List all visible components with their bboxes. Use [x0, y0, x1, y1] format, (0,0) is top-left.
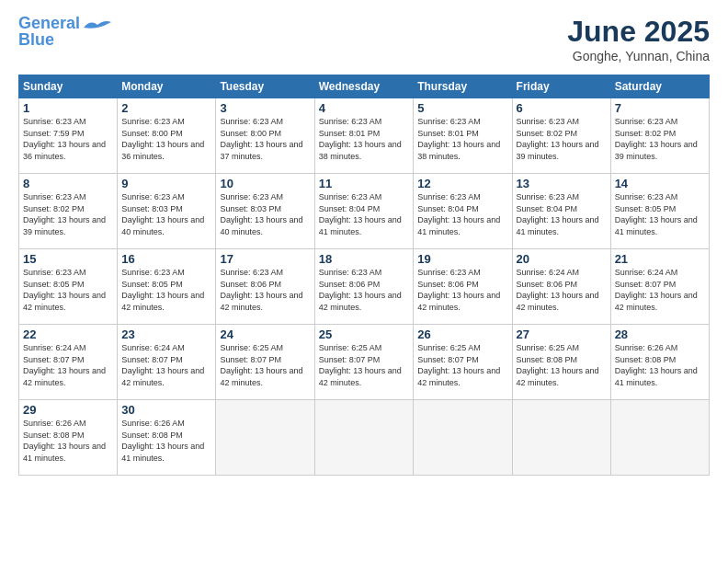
table-row: 28 Sunrise: 6:26 AM Sunset: 8:08 PM Dayl…	[610, 325, 709, 400]
day-info: Sunrise: 6:24 AM Sunset: 8:07 PM Dayligh…	[23, 343, 106, 387]
day-number: 19	[417, 252, 507, 266]
title-block: June 2025 Gonghe, Yunnan, China	[567, 15, 710, 63]
table-row: 30 Sunrise: 6:26 AM Sunset: 8:08 PM Dayl…	[118, 400, 216, 476]
table-row: 11 Sunrise: 6:23 AM Sunset: 8:04 PM Dayl…	[314, 174, 414, 249]
table-row: 17 Sunrise: 6:23 AM Sunset: 8:06 PM Dayl…	[216, 249, 314, 325]
day-info: Sunrise: 6:23 AM Sunset: 8:02 PM Dayligh…	[517, 117, 599, 161]
table-row	[512, 400, 610, 476]
day-number: 22	[23, 327, 113, 341]
day-info: Sunrise: 6:23 AM Sunset: 8:01 PM Dayligh…	[319, 117, 402, 161]
day-number: 15	[23, 252, 113, 266]
logo-text: General Blue	[18, 15, 80, 48]
col-monday: Monday	[118, 75, 216, 98]
day-number: 25	[319, 327, 410, 341]
col-friday: Friday	[512, 75, 610, 98]
day-info: Sunrise: 6:26 AM Sunset: 8:08 PM Dayligh…	[121, 419, 204, 463]
calendar-week-row: 29 Sunrise: 6:26 AM Sunset: 8:08 PM Dayl…	[19, 400, 710, 476]
day-info: Sunrise: 6:25 AM Sunset: 8:08 PM Dayligh…	[517, 343, 599, 387]
day-info: Sunrise: 6:23 AM Sunset: 8:01 PM Dayligh…	[417, 117, 500, 161]
table-row: 23 Sunrise: 6:24 AM Sunset: 8:07 PM Dayl…	[118, 325, 216, 400]
table-row: 16 Sunrise: 6:23 AM Sunset: 8:05 PM Dayl…	[118, 249, 216, 325]
day-info: Sunrise: 6:23 AM Sunset: 8:00 PM Dayligh…	[220, 117, 302, 161]
table-row: 10 Sunrise: 6:23 AM Sunset: 8:03 PM Dayl…	[216, 174, 314, 249]
day-number: 4	[319, 101, 410, 115]
day-number: 23	[121, 327, 211, 341]
day-info: Sunrise: 6:23 AM Sunset: 7:59 PM Dayligh…	[23, 117, 106, 161]
day-number: 26	[417, 327, 507, 341]
day-info: Sunrise: 6:23 AM Sunset: 8:06 PM Dayligh…	[417, 268, 500, 312]
table-row: 3 Sunrise: 6:23 AM Sunset: 8:00 PM Dayli…	[216, 98, 314, 174]
day-info: Sunrise: 6:23 AM Sunset: 8:03 PM Dayligh…	[121, 192, 204, 236]
table-row: 6 Sunrise: 6:23 AM Sunset: 8:02 PM Dayli…	[512, 98, 610, 174]
table-row	[314, 400, 414, 476]
table-row: 2 Sunrise: 6:23 AM Sunset: 8:00 PM Dayli…	[118, 98, 216, 174]
col-tuesday: Tuesday	[216, 75, 314, 98]
day-info: Sunrise: 6:23 AM Sunset: 8:04 PM Dayligh…	[517, 192, 599, 236]
day-number: 3	[220, 101, 310, 115]
day-number: 12	[417, 177, 507, 190]
day-number: 24	[220, 327, 310, 341]
day-info: Sunrise: 6:23 AM Sunset: 8:05 PM Dayligh…	[615, 192, 698, 236]
day-number: 18	[319, 252, 410, 266]
day-number: 17	[220, 252, 310, 266]
calendar-week-row: 8 Sunrise: 6:23 AM Sunset: 8:02 PM Dayli…	[19, 174, 710, 249]
logo-bird-icon	[84, 19, 111, 36]
calendar-header-row: Sunday Monday Tuesday Wednesday Thursday…	[19, 75, 710, 98]
day-info: Sunrise: 6:26 AM Sunset: 8:08 PM Dayligh…	[615, 343, 698, 387]
calendar-table: Sunday Monday Tuesday Wednesday Thursday…	[18, 75, 710, 476]
table-row: 7 Sunrise: 6:23 AM Sunset: 8:02 PM Dayli…	[610, 98, 709, 174]
day-info: Sunrise: 6:23 AM Sunset: 8:02 PM Dayligh…	[23, 192, 106, 236]
header: General Blue June 2025 Gonghe, Yunnan, C…	[18, 15, 710, 63]
table-row: 26 Sunrise: 6:25 AM Sunset: 8:07 PM Dayl…	[414, 325, 512, 400]
table-row: 19 Sunrise: 6:23 AM Sunset: 8:06 PM Dayl…	[414, 249, 512, 325]
day-number: 8	[23, 177, 113, 190]
table-row	[414, 400, 512, 476]
table-row: 24 Sunrise: 6:25 AM Sunset: 8:07 PM Dayl…	[216, 325, 314, 400]
calendar-week-row: 22 Sunrise: 6:24 AM Sunset: 8:07 PM Dayl…	[19, 325, 710, 400]
day-info: Sunrise: 6:24 AM Sunset: 8:07 PM Dayligh…	[121, 343, 204, 387]
day-number: 21	[615, 252, 705, 266]
table-row: 14 Sunrise: 6:23 AM Sunset: 8:05 PM Dayl…	[610, 174, 709, 249]
day-number: 11	[319, 177, 410, 190]
table-row: 22 Sunrise: 6:24 AM Sunset: 8:07 PM Dayl…	[19, 325, 118, 400]
day-number: 10	[220, 177, 310, 190]
day-number: 9	[121, 177, 211, 190]
day-number: 2	[121, 101, 211, 115]
day-info: Sunrise: 6:25 AM Sunset: 8:07 PM Dayligh…	[417, 343, 500, 387]
col-thursday: Thursday	[414, 75, 512, 98]
col-saturday: Saturday	[610, 75, 709, 98]
day-number: 27	[517, 327, 607, 341]
subtitle: Gonghe, Yunnan, China	[567, 49, 710, 63]
day-info: Sunrise: 6:25 AM Sunset: 8:07 PM Dayligh…	[220, 343, 302, 387]
day-info: Sunrise: 6:24 AM Sunset: 8:06 PM Dayligh…	[517, 268, 599, 312]
day-info: Sunrise: 6:23 AM Sunset: 8:03 PM Dayligh…	[220, 192, 302, 236]
table-row: 5 Sunrise: 6:23 AM Sunset: 8:01 PM Dayli…	[414, 98, 512, 174]
day-info: Sunrise: 6:25 AM Sunset: 8:07 PM Dayligh…	[319, 343, 402, 387]
table-row: 25 Sunrise: 6:25 AM Sunset: 8:07 PM Dayl…	[314, 325, 414, 400]
day-number: 30	[121, 403, 211, 417]
day-number: 28	[615, 327, 705, 341]
table-row: 15 Sunrise: 6:23 AM Sunset: 8:05 PM Dayl…	[19, 249, 118, 325]
day-number: 29	[23, 403, 113, 417]
calendar-week-row: 1 Sunrise: 6:23 AM Sunset: 7:59 PM Dayli…	[19, 98, 710, 174]
day-info: Sunrise: 6:23 AM Sunset: 8:00 PM Dayligh…	[121, 117, 204, 161]
table-row: 27 Sunrise: 6:25 AM Sunset: 8:08 PM Dayl…	[512, 325, 610, 400]
day-number: 20	[517, 252, 607, 266]
day-number: 14	[615, 177, 705, 190]
table-row: 29 Sunrise: 6:26 AM Sunset: 8:08 PM Dayl…	[19, 400, 118, 476]
table-row: 12 Sunrise: 6:23 AM Sunset: 8:04 PM Dayl…	[414, 174, 512, 249]
day-number: 1	[23, 101, 113, 115]
table-row: 4 Sunrise: 6:23 AM Sunset: 8:01 PM Dayli…	[314, 98, 414, 174]
day-info: Sunrise: 6:23 AM Sunset: 8:05 PM Dayligh…	[121, 268, 204, 312]
table-row	[216, 400, 314, 476]
calendar-week-row: 15 Sunrise: 6:23 AM Sunset: 8:05 PM Dayl…	[19, 249, 710, 325]
table-row: 13 Sunrise: 6:23 AM Sunset: 8:04 PM Dayl…	[512, 174, 610, 249]
day-info: Sunrise: 6:23 AM Sunset: 8:06 PM Dayligh…	[319, 268, 402, 312]
table-row	[610, 400, 709, 476]
table-row: 20 Sunrise: 6:24 AM Sunset: 8:06 PM Dayl…	[512, 249, 610, 325]
day-info: Sunrise: 6:24 AM Sunset: 8:07 PM Dayligh…	[615, 268, 698, 312]
day-number: 7	[615, 101, 705, 115]
day-info: Sunrise: 6:23 AM Sunset: 8:06 PM Dayligh…	[220, 268, 302, 312]
col-sunday: Sunday	[19, 75, 118, 98]
day-info: Sunrise: 6:26 AM Sunset: 8:08 PM Dayligh…	[23, 419, 106, 463]
